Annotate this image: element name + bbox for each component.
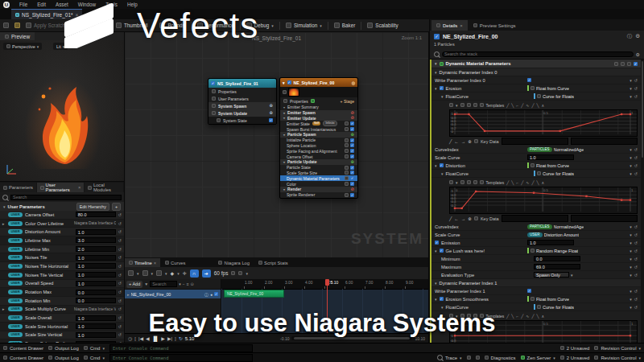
stack-row[interactable]: ▾✓Erosion SmoothnessFloat from Curve▾↺ [431, 295, 641, 303]
isolate-circle-icon[interactable]: ⊕ [350, 133, 354, 137]
collapse-icon[interactable]: − [183, 282, 185, 286]
track-search-input[interactable] [150, 281, 177, 287]
isolate-circle-icon[interactable]: ⊘ [350, 111, 354, 115]
chevron-down-icon[interactable]: ▾ [630, 289, 632, 294]
stack-row[interactable]: ▾FloatCurveCurve for Floats▾↺ [431, 303, 641, 311]
toolbar-button-thumbnail[interactable]: Thumbnail [116, 23, 147, 28]
arrow-right-icon[interactable]: → [461, 216, 466, 221]
frame-icon[interactable] [460, 103, 464, 107]
enabled-checkbox[interactable]: ✓ [350, 138, 354, 142]
key-diagonal-icon[interactable]: ╱ [449, 139, 452, 144]
enabled-checkbox[interactable]: ✓ [350, 182, 354, 186]
output-log-button[interactable]: Output Log [48, 356, 79, 360]
preview-viewport[interactable]: Perspective ▾ Lit ▾ [0, 40, 124, 181]
stack-row[interactable]: ▾Dynamic Parameter Index 1 [431, 279, 641, 287]
list-icon[interactable]: ≡ [187, 282, 189, 286]
visibility-icon[interactable]: ● [210, 292, 213, 297]
chevron-down-icon[interactable]: ▾ [630, 147, 632, 152]
toolbar-button-performance[interactable]: Performance [197, 23, 234, 28]
float-curve-graph[interactable]: 10.80.60.40.200.51 [450, 187, 637, 212]
tab-niagara-log[interactable]: Niagara Log [214, 258, 254, 267]
arrow-right-icon[interactable]: → [461, 139, 466, 144]
lock-icon[interactable] [467, 180, 471, 184]
enabled-checkbox[interactable]: ✓ [440, 86, 444, 90]
lock-icon[interactable] [231, 271, 235, 275]
emitter-node-row[interactable]: Sprite Facing and Alignment✓ [280, 148, 357, 154]
menu-item-asset[interactable]: Asset [56, 2, 68, 7]
param-value[interactable]: 1.0 [76, 323, 116, 329]
emitter-node-row[interactable]: Particle State✓ [280, 165, 357, 171]
template-curve-icon[interactable]: ╲ [537, 103, 539, 108]
reset-icon[interactable]: ↺ [634, 305, 638, 310]
template-curve-icon[interactable]: ∿ [526, 180, 529, 185]
enabled-checkbox[interactable]: ✓ [435, 241, 439, 245]
emitter-node-row[interactable]: Color✓ [280, 181, 357, 187]
chevron-down-icon[interactable]: ▾ [630, 78, 632, 83]
console-command-input[interactable] [109, 354, 253, 362]
param-row[interactable]: USERScale Overall1.0↺ [0, 314, 124, 323]
chevron-down-icon[interactable]: ▾ [630, 273, 632, 278]
output-log-button[interactable]: Output Log [48, 346, 79, 351]
curve-mode-icon[interactable] [449, 314, 453, 318]
chevron-down-icon[interactable]: ▾ [435, 297, 437, 302]
save-icon[interactable] [3, 23, 9, 28]
template-curve-icon[interactable]: ╱ [506, 180, 509, 185]
stack-row[interactable]: CurveIndexPARTICLESNormalizedAge▾↺ [431, 223, 641, 231]
perspective-dropdown[interactable]: Perspective ▾ [3, 43, 42, 50]
template-curve-icon[interactable]: ╲ [537, 314, 539, 319]
check-icon[interactable]: ✓ [287, 80, 291, 84]
close-icon[interactable]: × [460, 23, 463, 28]
clock-icon[interactable]: ◷ [128, 335, 132, 341]
key-value-input[interactable] [571, 138, 638, 145]
stack-row[interactable]: ▾Dynamic Material Parameters✓ [431, 60, 641, 68]
system-node[interactable]: ✓ NS_Stylized_Fire_01 PropertiesUser Par… [208, 78, 277, 125]
flip-icon[interactable] [473, 103, 477, 107]
asset-tab[interactable]: NS_Stylized_Fire_01* × [11, 9, 82, 19]
tab-user-parameters[interactable]: User Parameters× [37, 183, 84, 192]
reset-icon[interactable]: ↺ [118, 324, 122, 329]
param-row[interactable]: USERRotation Min0.0↺ [0, 297, 124, 306]
insert-icon[interactable] [627, 62, 631, 66]
template-curve-icon[interactable]: ∿ [526, 103, 529, 108]
revision-control-dropdown[interactable]: Revision Control▾ [594, 346, 641, 351]
key-options-icon[interactable] [142, 270, 148, 276]
chevron-down-icon[interactable]: ▾ [441, 171, 444, 176]
reset-icon[interactable]: ↺ [118, 332, 122, 337]
template-curve-icon[interactable]: ╲ [511, 103, 514, 108]
camera-options-icon[interactable] [156, 270, 162, 276]
curve-mode-icon[interactable] [449, 103, 453, 107]
reset-icon[interactable]: ↺ [634, 265, 638, 269]
tab-timeline[interactable]: Timeline× [125, 258, 160, 267]
zen-server-dropdown[interactable]: Zen Server▾ [521, 356, 555, 360]
reset-icon[interactable]: ↺ [634, 94, 638, 99]
reset-icon[interactable]: ↺ [634, 249, 638, 253]
trash-icon[interactable] [474, 139, 478, 143]
param-row[interactable]: USERCamera Offset80.0↺ [0, 211, 124, 220]
chevron-down-icon[interactable]: ▾ [435, 281, 437, 286]
template-curve-icon[interactable]: ╱ [506, 103, 509, 108]
content-drawer-button[interactable]: Content Drawer [3, 346, 43, 351]
close-icon[interactable]: × [78, 185, 80, 190]
go-to-end-button[interactable]: ▶| [167, 335, 172, 341]
isolate-circle-icon[interactable]: ⊘ [350, 187, 354, 191]
template-curve-icon[interactable]: ∧ [542, 180, 545, 185]
emitter-node-row[interactable]: ▾Emitter Update⊘ [280, 116, 357, 121]
filter-icon[interactable] [614, 62, 618, 66]
template-curve-icon[interactable]: ╱ [521, 180, 523, 185]
param-row[interactable]: USERNoises Tile1.0↺ [0, 253, 124, 262]
reset-icon[interactable]: ↺ [118, 212, 122, 217]
param-row[interactable]: USERLifetime Max3.0↺ [0, 237, 124, 245]
emitter-node[interactable]: ▾ ✓ NE_Stylized_Fire_00 ◎ Properties+ St… [279, 77, 358, 199]
emitter-clip[interactable]: NE_Stylized_Fire_00 [224, 290, 284, 298]
trace-dropdown[interactable]: Trace▾ [437, 355, 462, 360]
template-curve-icon[interactable]: ╱ [531, 103, 534, 108]
range-start-bracket-icon[interactable]: [ [134, 336, 136, 341]
template-curve-icon[interactable]: ╲ [511, 314, 514, 319]
reset-icon[interactable]: ↺ [118, 298, 122, 303]
value-input[interactable]: 69.0 [534, 264, 580, 269]
stack-row[interactable]: ▾✓DistortionFloat from Curve▾↺ [431, 162, 641, 170]
chevron-down-icon[interactable]: ▾ [435, 249, 437, 253]
toolbar-button-simulation[interactable]: Simulation▾ [286, 23, 322, 28]
stack-search-input[interactable] [442, 51, 634, 57]
emitter-node-row[interactable]: Sprite Renderer✓ [280, 192, 357, 198]
